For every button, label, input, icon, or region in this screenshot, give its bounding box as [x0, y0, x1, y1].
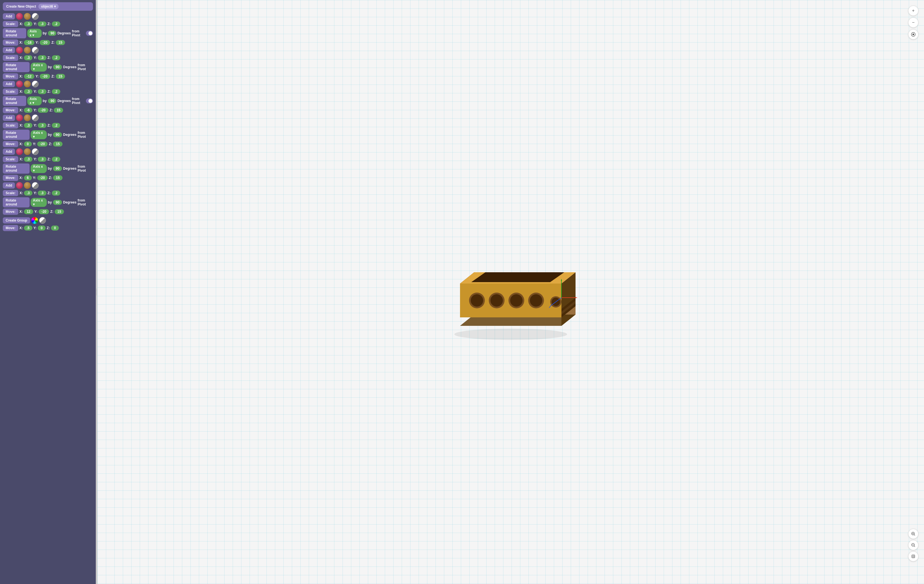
create-group-button[interactable]: Create Group: [3, 217, 30, 223]
move-z-4[interactable]: 15: [53, 142, 62, 147]
axis-dropdown-1[interactable]: Axis x ▾: [27, 29, 42, 38]
group-color-picker[interactable]: [31, 217, 38, 224]
move-z-3[interactable]: 15: [54, 108, 63, 113]
scale-z-3[interactable]: .2: [52, 89, 60, 94]
scale-y-2[interactable]: .3: [38, 55, 46, 60]
shape-red-6[interactable]: [16, 182, 23, 189]
shape-brown-5[interactable]: [24, 148, 31, 155]
scale-z-1[interactable]: .2: [52, 22, 60, 26]
scale-label-1: Scale:: [3, 21, 18, 27]
add-button-3[interactable]: Add: [3, 81, 15, 87]
move-x-6[interactable]: 12: [24, 209, 33, 214]
move-x-1[interactable]: -18: [24, 40, 35, 45]
scale-x-6[interactable]: .3: [24, 190, 32, 195]
scale-z-5[interactable]: .2: [52, 157, 60, 162]
add-button-5[interactable]: Add: [3, 149, 15, 155]
degrees-4[interactable]: 90: [53, 132, 62, 137]
shape-gray-6[interactable]: [32, 182, 39, 189]
scale-y-3[interactable]: .3: [38, 89, 46, 94]
move-x-2[interactable]: -12: [24, 74, 35, 79]
move-y-6[interactable]: -20: [39, 209, 49, 214]
shape-red-3[interactable]: [16, 81, 23, 88]
shape-brown-3[interactable]: [24, 81, 31, 88]
shape-gray-3[interactable]: [32, 81, 39, 88]
zoom-in-button[interactable]: +: [908, 6, 918, 16]
move-z-6[interactable]: 15: [54, 209, 64, 214]
move-row-3: Move: X: -6 Y: -20 Z: 15: [3, 107, 93, 113]
degrees-3[interactable]: 90: [48, 98, 56, 103]
add-row-5: Add: [3, 148, 93, 155]
toggle-1[interactable]: [86, 31, 93, 36]
final-move-x[interactable]: .5: [24, 225, 32, 230]
move-y-1[interactable]: -20: [40, 40, 50, 45]
zoom-out-canvas-button[interactable]: [908, 540, 918, 550]
move-label-6: Move:: [3, 208, 18, 215]
shape-gray-5[interactable]: [32, 148, 39, 155]
degrees-1[interactable]: 90: [48, 31, 56, 36]
scale-y-4[interactable]: .3: [38, 123, 46, 128]
shape-brown-6[interactable]: [24, 182, 31, 189]
shape-gray-2[interactable]: [32, 47, 39, 53]
scale-z-4[interactable]: .2: [52, 123, 60, 128]
object-dropdown[interactable]: object6 ▾: [38, 4, 59, 9]
fit-button[interactable]: [908, 551, 918, 561]
group-shape-picker[interactable]: [39, 217, 46, 224]
scale-x-3[interactable]: .3: [24, 89, 32, 94]
axis-dropdown-3[interactable]: Axis x ▾: [27, 96, 42, 106]
shape-brown-2[interactable]: [24, 47, 31, 53]
svg-point-14: [530, 294, 542, 307]
shape-red-5[interactable]: [16, 148, 23, 155]
left-panel: Create New Object object6 ▾ Add Scale: X…: [0, 0, 96, 584]
shape-red-1[interactable]: [16, 13, 23, 20]
shape-brown-4[interactable]: [24, 114, 31, 121]
move-y-3[interactable]: -20: [38, 108, 48, 113]
shape-gray-1[interactable]: [32, 13, 39, 20]
final-move-y[interactable]: 0: [38, 225, 46, 230]
rotate-row-5: Rotate around Axis x ▾ by 90 Degrees fro…: [3, 164, 93, 174]
degrees-2[interactable]: 90: [53, 65, 62, 69]
move-x-5[interactable]: 6: [24, 175, 32, 180]
move-y-2[interactable]: -20: [40, 74, 50, 79]
degrees-5[interactable]: 90: [53, 166, 62, 171]
axis-dropdown-2[interactable]: Axis x ▾: [31, 63, 47, 71]
move-z-5[interactable]: 15: [53, 175, 62, 180]
axis-dropdown-4[interactable]: Axis x ▾: [31, 130, 47, 139]
add-button-2[interactable]: Add: [3, 47, 15, 53]
shape-gray-4[interactable]: [32, 114, 39, 121]
move-y-4[interactable]: -20: [37, 142, 48, 147]
home-button[interactable]: [908, 29, 918, 40]
degrees-6[interactable]: 90: [53, 200, 62, 205]
scale-x-1[interactable]: .3: [24, 22, 32, 26]
scale-y-1[interactable]: .3: [38, 22, 46, 26]
add-row-6: Add: [3, 182, 93, 189]
move-x-3[interactable]: -6: [24, 108, 33, 113]
move-z-2[interactable]: 15: [56, 74, 65, 79]
shape-red-2[interactable]: [16, 47, 23, 53]
scale-y-5[interactable]: .3: [38, 157, 46, 162]
final-move-row: Move: X: .5 Y: 0 Z: 0: [3, 225, 93, 231]
scale-x-2[interactable]: .3: [24, 55, 32, 60]
add-button-6[interactable]: Add: [3, 182, 15, 189]
axis-dropdown-6[interactable]: Axis x ▾: [31, 198, 47, 207]
toggle-3[interactable]: [86, 98, 93, 103]
move-row-6: Move: X: 12 Y: -20 Z: 15: [3, 208, 93, 215]
move-z-1[interactable]: 15: [56, 40, 65, 45]
scale-x-5[interactable]: .3: [24, 157, 32, 162]
scale-label-4: Scale:: [3, 122, 18, 129]
scale-y-6[interactable]: .3: [38, 190, 46, 195]
scale-x-4[interactable]: .3: [24, 123, 32, 128]
canvas-area[interactable]: + −: [97, 0, 924, 584]
add-button-1[interactable]: Add: [3, 13, 15, 20]
scale-z-6[interactable]: .2: [52, 190, 60, 195]
zoom-in-canvas-button[interactable]: [908, 529, 918, 539]
add-button-4[interactable]: Add: [3, 115, 15, 121]
scale-z-2[interactable]: .2: [52, 55, 60, 60]
zoom-out-button[interactable]: −: [908, 18, 918, 28]
final-move-z[interactable]: 0: [51, 225, 59, 230]
shape-red-4[interactable]: [16, 114, 23, 121]
move-y-5[interactable]: -20: [37, 175, 48, 180]
axis-dropdown-5[interactable]: Axis x ▾: [31, 164, 47, 173]
move-x-4[interactable]: 0: [24, 142, 32, 147]
shape-brown-1[interactable]: [24, 13, 31, 20]
move-row-2: Move: X: -12 Y: -20 Z: 15: [3, 73, 93, 79]
